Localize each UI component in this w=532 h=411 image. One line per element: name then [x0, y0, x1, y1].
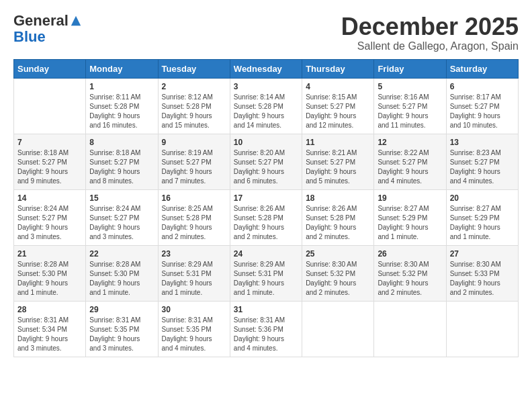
day-number: 2	[162, 82, 226, 91]
calendar-cell: 19Sunrise: 8:27 AMSunset: 5:29 PMDayligh…	[374, 189, 446, 245]
calendar-week-row: 7Sunrise: 8:18 AMSunset: 5:27 PMDaylight…	[14, 134, 519, 189]
day-number: 26	[378, 249, 442, 259]
day-info: Sunrise: 8:20 AMSunset: 5:27 PMDaylight:…	[234, 148, 298, 186]
day-info: Sunrise: 8:31 AMSunset: 5:34 PMDaylight:…	[17, 316, 82, 353]
day-number: 29	[89, 305, 154, 314]
day-number: 6	[450, 82, 515, 91]
weekday-header: Thursday	[302, 59, 374, 78]
calendar-cell: 15Sunrise: 8:24 AMSunset: 5:27 PMDayligh…	[86, 189, 158, 245]
calendar-cell: 16Sunrise: 8:25 AMSunset: 5:28 PMDayligh…	[158, 189, 230, 245]
calendar-cell: 5Sunrise: 8:16 AMSunset: 5:27 PMDaylight…	[374, 78, 446, 134]
calendar-cell: 9Sunrise: 8:19 AMSunset: 5:27 PMDaylight…	[158, 134, 230, 189]
logo-blue: Blue	[13, 28, 46, 46]
day-number: 18	[306, 193, 370, 203]
calendar-table: SundayMondayTuesdayWednesdayThursdayFrid…	[13, 59, 519, 357]
calendar-cell: 24Sunrise: 8:29 AMSunset: 5:31 PMDayligh…	[230, 245, 302, 301]
day-info: Sunrise: 8:27 AMSunset: 5:29 PMDaylight:…	[450, 204, 515, 242]
day-number: 10	[234, 138, 298, 147]
calendar-cell: 14Sunrise: 8:24 AMSunset: 5:27 PMDayligh…	[14, 189, 86, 245]
day-info: Sunrise: 8:30 AMSunset: 5:33 PMDaylight:…	[450, 260, 515, 298]
day-info: Sunrise: 8:30 AMSunset: 5:32 PMDaylight:…	[378, 260, 442, 298]
page-header: General Blue December 2025 Sallent de Ga…	[13, 13, 519, 52]
day-number: 9	[162, 138, 226, 147]
weekday-header: Saturday	[446, 59, 518, 78]
location-title: Sallent de Gallego, Aragon, Spain	[341, 40, 519, 52]
calendar-cell: 26Sunrise: 8:30 AMSunset: 5:32 PMDayligh…	[374, 245, 446, 301]
day-number: 15	[89, 193, 154, 203]
day-info: Sunrise: 8:12 AMSunset: 5:28 PMDaylight:…	[162, 93, 226, 130]
day-info: Sunrise: 8:30 AMSunset: 5:32 PMDaylight:…	[306, 260, 370, 298]
calendar-cell: 17Sunrise: 8:26 AMSunset: 5:28 PMDayligh…	[230, 189, 302, 245]
logo-icon	[70, 15, 82, 27]
day-number: 12	[378, 138, 442, 147]
day-number: 21	[17, 249, 82, 259]
day-info: Sunrise: 8:31 AMSunset: 5:36 PMDaylight:…	[234, 316, 298, 353]
calendar-week-row: 21Sunrise: 8:28 AMSunset: 5:30 PMDayligh…	[14, 245, 519, 301]
day-info: Sunrise: 8:29 AMSunset: 5:31 PMDaylight:…	[234, 260, 298, 298]
weekday-header: Friday	[374, 59, 446, 78]
calendar-week-row: 28Sunrise: 8:31 AMSunset: 5:34 PMDayligh…	[14, 301, 519, 357]
day-info: Sunrise: 8:22 AMSunset: 5:27 PMDaylight:…	[378, 148, 442, 186]
day-number: 25	[306, 249, 370, 259]
day-info: Sunrise: 8:15 AMSunset: 5:27 PMDaylight:…	[306, 93, 370, 130]
calendar-cell: 2Sunrise: 8:12 AMSunset: 5:28 PMDaylight…	[158, 78, 230, 134]
day-info: Sunrise: 8:16 AMSunset: 5:27 PMDaylight:…	[378, 93, 442, 130]
day-number: 11	[306, 138, 370, 147]
day-info: Sunrise: 8:18 AMSunset: 5:27 PMDaylight:…	[17, 148, 82, 186]
calendar-cell: 3Sunrise: 8:14 AMSunset: 5:28 PMDaylight…	[230, 78, 302, 134]
calendar-cell: 28Sunrise: 8:31 AMSunset: 5:34 PMDayligh…	[14, 301, 86, 357]
title-section: December 2025 Sallent de Gallego, Aragon…	[341, 13, 519, 52]
calendar-cell: 31Sunrise: 8:31 AMSunset: 5:36 PMDayligh…	[230, 301, 302, 357]
calendar-week-row: 1Sunrise: 8:11 AMSunset: 5:28 PMDaylight…	[14, 78, 519, 134]
day-info: Sunrise: 8:28 AMSunset: 5:30 PMDaylight:…	[89, 260, 154, 298]
day-number: 4	[306, 82, 370, 91]
calendar-cell: 23Sunrise: 8:29 AMSunset: 5:31 PMDayligh…	[158, 245, 230, 301]
day-info: Sunrise: 8:27 AMSunset: 5:29 PMDaylight:…	[378, 204, 442, 242]
month-title: December 2025	[341, 13, 519, 40]
day-number: 20	[450, 193, 515, 203]
weekday-header: Sunday	[14, 59, 86, 78]
day-info: Sunrise: 8:14 AMSunset: 5:28 PMDaylight:…	[234, 93, 298, 130]
day-number: 16	[162, 193, 226, 203]
day-info: Sunrise: 8:25 AMSunset: 5:28 PMDaylight:…	[162, 204, 226, 242]
day-number: 19	[378, 193, 442, 203]
day-info: Sunrise: 8:24 AMSunset: 5:27 PMDaylight:…	[89, 204, 154, 242]
day-info: Sunrise: 8:18 AMSunset: 5:27 PMDaylight:…	[89, 148, 154, 186]
weekday-header: Wednesday	[230, 59, 302, 78]
day-number: 22	[89, 249, 154, 259]
calendar-cell: 30Sunrise: 8:31 AMSunset: 5:35 PMDayligh…	[158, 301, 230, 357]
calendar-cell: 13Sunrise: 8:23 AMSunset: 5:27 PMDayligh…	[446, 134, 518, 189]
calendar-week-row: 14Sunrise: 8:24 AMSunset: 5:27 PMDayligh…	[14, 189, 519, 245]
day-number: 14	[17, 193, 82, 203]
calendar-cell: 21Sunrise: 8:28 AMSunset: 5:30 PMDayligh…	[14, 245, 86, 301]
day-info: Sunrise: 8:26 AMSunset: 5:28 PMDaylight:…	[234, 204, 298, 242]
calendar-cell	[14, 78, 86, 134]
day-number: 5	[378, 82, 442, 91]
calendar-cell: 10Sunrise: 8:20 AMSunset: 5:27 PMDayligh…	[230, 134, 302, 189]
calendar-cell: 20Sunrise: 8:27 AMSunset: 5:29 PMDayligh…	[446, 189, 518, 245]
calendar-cell: 4Sunrise: 8:15 AMSunset: 5:27 PMDaylight…	[302, 78, 374, 134]
calendar-cell	[302, 301, 374, 357]
calendar-cell: 27Sunrise: 8:30 AMSunset: 5:33 PMDayligh…	[446, 245, 518, 301]
calendar-header-row: SundayMondayTuesdayWednesdayThursdayFrid…	[14, 59, 519, 78]
day-info: Sunrise: 8:24 AMSunset: 5:27 PMDaylight:…	[17, 204, 82, 242]
logo-general: General	[13, 13, 69, 28]
calendar-cell	[374, 301, 446, 357]
logo: General Blue	[13, 13, 82, 46]
day-number: 1	[89, 82, 154, 91]
day-info: Sunrise: 8:19 AMSunset: 5:27 PMDaylight:…	[162, 148, 226, 186]
day-number: 3	[234, 82, 298, 91]
calendar-cell: 1Sunrise: 8:11 AMSunset: 5:28 PMDaylight…	[86, 78, 158, 134]
day-info: Sunrise: 8:31 AMSunset: 5:35 PMDaylight:…	[89, 316, 154, 353]
day-info: Sunrise: 8:29 AMSunset: 5:31 PMDaylight:…	[162, 260, 226, 298]
day-number: 13	[450, 138, 515, 147]
day-number: 28	[17, 305, 82, 314]
weekday-header: Monday	[86, 59, 158, 78]
day-number: 23	[162, 249, 226, 259]
day-number: 7	[17, 138, 82, 147]
day-info: Sunrise: 8:28 AMSunset: 5:30 PMDaylight:…	[17, 260, 82, 298]
calendar-cell: 25Sunrise: 8:30 AMSunset: 5:32 PMDayligh…	[302, 245, 374, 301]
calendar-cell: 7Sunrise: 8:18 AMSunset: 5:27 PMDaylight…	[14, 134, 86, 189]
day-number: 30	[162, 305, 226, 314]
calendar-cell: 29Sunrise: 8:31 AMSunset: 5:35 PMDayligh…	[86, 301, 158, 357]
